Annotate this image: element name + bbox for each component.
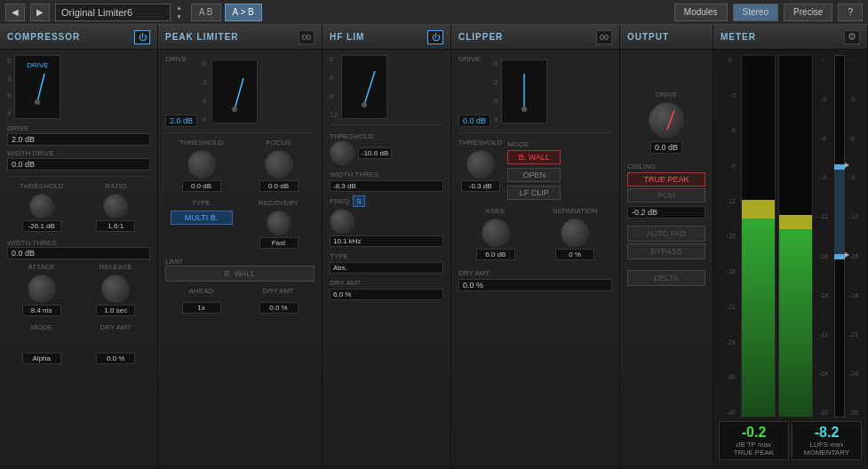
precise-button[interactable]: Precise <box>784 4 832 21</box>
clipper-mode-cell: MODE B. WALL OPEN LF CLIP <box>507 139 561 202</box>
hf-freq-s-button[interactable]: S <box>353 195 364 207</box>
clipper-knee-cell: KNEE 6.0 dB <box>458 207 533 262</box>
output-bypass-button[interactable]: BYPASS <box>627 243 705 259</box>
hf-lim-power-button[interactable]: ⏻ <box>427 30 443 44</box>
pl-focus-cell: FOCUS 0.0 dB <box>243 139 315 194</box>
preset-down-arrow[interactable]: ▼ <box>176 12 182 20</box>
clipper-threshold-mode: THRESHOLD -0.3 dB MODE B. WALL OPEN LF C… <box>458 139 612 202</box>
meter-marker-top <box>845 163 849 168</box>
pl-focus-knob[interactable] <box>265 150 293 179</box>
clipper-knee-knob[interactable] <box>482 219 510 247</box>
meter-slider-range <box>835 164 844 255</box>
meter-bar-right <box>778 55 813 417</box>
compressor-ratio-knob[interactable] <box>103 194 128 219</box>
nav-forward-button[interactable]: ▶ <box>30 4 50 21</box>
compressor-attack-knob[interactable] <box>28 274 56 303</box>
pl-threshold-focus: THRESHOLD 0.0 dB FOCUS 0.0 dB <box>165 139 315 194</box>
meter-momentary-label: MOMENTARY <box>795 449 858 457</box>
pl-dry-amt-cell: DRY AMT 0.0 % <box>243 287 315 315</box>
svg-point-5 <box>362 102 367 107</box>
nav-back-button[interactable]: ◀ <box>5 4 25 21</box>
modules-button[interactable]: Modules <box>674 4 728 21</box>
hf-freq: FREQ S 10.1 kHz <box>330 195 443 247</box>
compressor-power-button[interactable]: ⏻ <box>134 30 150 44</box>
output-pcm-button[interactable]: PCM <box>627 188 705 203</box>
clipper-power-button[interactable]: 00 <box>596 30 612 44</box>
hf-lim-module: HF LIM ⏻ 0 4 8 12 <box>323 25 451 465</box>
top-bar: ◀ ▶ ▲ ▼ A B A > B Modules Stereo Precise… <box>0 0 868 25</box>
pl-limit-button[interactable]: B. WALL <box>165 266 315 282</box>
svg-line-8 <box>667 110 674 130</box>
meter-title: METER <box>721 32 756 42</box>
compressor-threshold-cell: THRESHOLD -26.1 dB <box>7 182 76 234</box>
svg-line-2 <box>235 78 243 109</box>
compressor-drive-section: 0 3 6 9 DRIVE <box>7 55 150 119</box>
meter-momentary-value: -8.2 <box>795 425 858 441</box>
clipper-threshold-knob[interactable] <box>466 150 495 179</box>
clipper-mode-buttons: B. WALL OPEN LF CLIP <box>507 150 561 202</box>
hf-freq-knob[interactable] <box>330 209 354 234</box>
svg-line-0 <box>37 74 44 102</box>
compressor-release-knob[interactable] <box>101 274 130 303</box>
clipper-mode-open-button[interactable]: OPEN <box>507 168 561 182</box>
preset-name-input[interactable] <box>55 4 171 21</box>
meter-header: METER ⚙ <box>713 25 867 50</box>
meter-true-peak-value: -0.2 <box>722 425 785 441</box>
clipper-separation-knob[interactable] <box>561 219 589 247</box>
meter-true-peak-label: TRUE PEAK <box>722 449 785 457</box>
pl-threshold-cell: THRESHOLD 0.0 dB <box>165 139 237 194</box>
output-module: OUTPUT DRIVE 0.0 dB CEILING TRUE PEAK PC… <box>620 25 713 465</box>
meter-fill-left-yellow <box>742 200 775 218</box>
pl-type-recovery: TYPE MULTI B. RECOVERY Fast <box>165 199 315 250</box>
clipper-mode-lfclip-button[interactable]: LF CLIP <box>507 186 561 200</box>
main-area: COMPRESSOR ⏻ 0 3 6 9 DRIVE <box>0 25 868 465</box>
meter-slider-handle-bottom[interactable] <box>834 254 845 259</box>
meter-slider-track[interactable] <box>834 55 845 417</box>
compressor-drive-values: DRIVE 2.0 dB WIDTH DRIVE 0.0 dB <box>7 124 150 171</box>
clipper-header: CLIPPER 00 <box>451 25 619 50</box>
output-true-peak-button[interactable]: TRUE PEAK <box>627 172 705 187</box>
svg-line-4 <box>364 71 375 105</box>
clipper-dry-amt: DRY AMT 0.0 % <box>458 267 612 291</box>
svg-point-1 <box>35 99 40 105</box>
preset-up-arrow[interactable]: ▲ <box>176 4 182 12</box>
peak-limiter-body: DRIVE 2.0 dB 0 2 4 6 <box>158 50 322 465</box>
hf-threshold: THRESHOLD -10.6 dB <box>330 131 443 165</box>
peak-limiter-drive-section: DRIVE 2.0 dB 0 2 4 6 <box>165 55 315 127</box>
peak-limiter-header: PEAK LIMITER 00 <box>158 25 322 50</box>
hf-threshold-knob[interactable] <box>330 140 354 165</box>
pl-recovery-knob[interactable] <box>267 211 291 235</box>
preset-arrows: ▲ ▼ <box>176 4 182 20</box>
peak-limiter-power-button[interactable]: 00 <box>299 30 315 44</box>
pl-type-button[interactable]: MULTI B. <box>171 211 233 225</box>
hf-lim-body: 0 4 8 12 THRESHOLD -10.6 dB <box>323 50 450 465</box>
output-drive-knob[interactable] <box>649 102 684 138</box>
help-button[interactable]: ? <box>838 4 863 21</box>
compressor-threshold-knob[interactable] <box>29 194 54 219</box>
meter-left-scale: 0 - -3 -6 -9 -12 -15 -18 -21 -24 -30 -40 <box>719 55 738 417</box>
clipper-title: CLIPPER <box>458 32 503 42</box>
hf-type: TYPE Abs. <box>330 250 443 274</box>
hf-drive-section: 0 4 8 12 <box>330 55 443 119</box>
compressor-mode-dry: MODE Alpha DRY AMT 0.0 % <box>7 323 150 366</box>
output-header: OUTPUT <box>620 25 713 50</box>
output-autopad-button[interactable]: AUTO PAD <box>627 226 705 242</box>
clipper-threshold-cell: THRESHOLD -0.3 dB <box>458 139 502 202</box>
ab-button-2[interactable]: A > B <box>225 4 262 21</box>
pl-type-cell: TYPE MULTI B. <box>165 199 237 250</box>
meter-body: 0 - -3 -6 -9 -12 -15 -18 -21 -24 -30 -40 <box>713 50 867 465</box>
ab-group: A B A > B <box>191 4 262 21</box>
pl-threshold-knob[interactable] <box>187 150 216 179</box>
ab-button-1[interactable]: A B <box>191 4 221 21</box>
output-delta-button[interactable]: DELTA <box>627 270 705 286</box>
compressor-drive-display: DRIVE <box>14 55 60 119</box>
stereo-button[interactable]: Stereo <box>733 4 778 21</box>
compressor-body: 0 3 6 9 DRIVE DRIVE 2.0 dB <box>0 50 157 465</box>
clipper-drive-section: DRIVE 0.0 dB 0 3 6 9 <box>458 55 612 127</box>
clipper-module: CLIPPER 00 DRIVE 0.0 dB 0 3 6 9 <box>451 25 620 465</box>
output-body: DRIVE 0.0 dB CEILING TRUE PEAK PCM -0.2 … <box>620 50 713 465</box>
clipper-mode-bwall-button[interactable]: B. WALL <box>507 150 561 164</box>
meter-gear-button[interactable]: ⚙ <box>844 30 860 44</box>
meter-momentary-unit: LUFS max <box>795 441 858 449</box>
clipper-drive-scale: 0 3 6 9 <box>494 60 498 123</box>
